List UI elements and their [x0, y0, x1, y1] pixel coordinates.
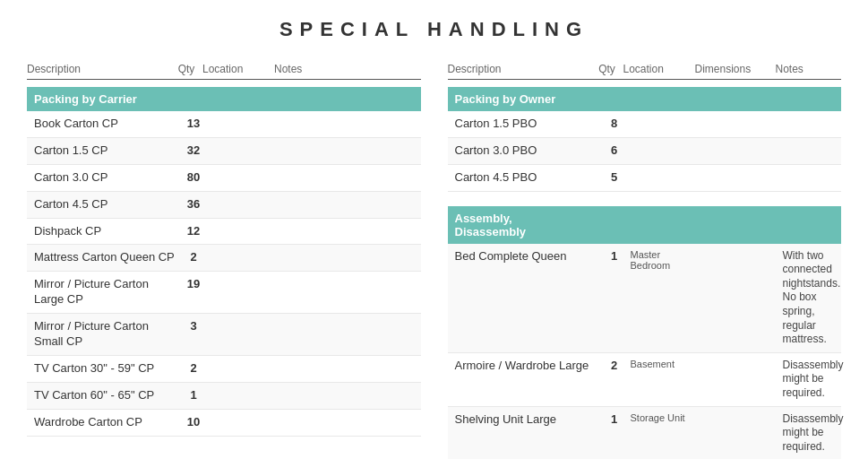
right-header-dimensions: Dimensions: [695, 63, 776, 75]
packing-carrier-header: Packing by Carrier: [27, 87, 421, 111]
table-row: Wardrobe Carton CP 10: [27, 410, 421, 437]
right-header: Description Qty Location Dimensions Note…: [448, 63, 842, 80]
table-row: Carton 1.5 CP 32: [27, 138, 421, 165]
packing-owner-header: Packing by Owner: [448, 87, 842, 111]
left-header-notes: Notes: [274, 63, 421, 75]
table-row: Carton 4.5 PBO 5: [448, 165, 842, 192]
table-row: Bed Complete Queen 1 Master Bedroom With…: [448, 244, 842, 353]
left-header-description: Description: [27, 63, 170, 75]
left-header-qty: Qty: [170, 63, 202, 75]
right-header-qty: Qty: [591, 63, 623, 75]
table-row: Mirror / Picture Carton Small CP 3: [27, 314, 421, 356]
page-title: SPECIAL HANDLING: [27, 18, 841, 41]
right-header-location: Location: [623, 63, 695, 75]
assembly-header: Assembly,Disassembly: [448, 206, 842, 244]
right-column: Description Qty Location Dimensions Note…: [448, 63, 842, 459]
table-row: TV Carton 30" - 59" CP 2: [27, 356, 421, 383]
table-row: Carton 3.0 CP 80: [27, 165, 421, 192]
table-row: Shelving Unit Large 1 Storage Unit Disas…: [448, 407, 842, 459]
table-row: Armoire / Wardrobe Large 2 Basement Disa…: [448, 353, 842, 407]
table-row: Carton 1.5 PBO 8: [448, 111, 842, 138]
right-header-description: Description: [448, 63, 591, 75]
table-row: Mattress Carton Queen CP 2: [27, 245, 421, 272]
left-header: Description Qty Location Notes: [27, 63, 421, 80]
table-row: Mirror / Picture Carton Large CP 19: [27, 272, 421, 314]
table-row: Carton 3.0 PBO 6: [448, 138, 842, 165]
left-column: Description Qty Location Notes Packing b…: [27, 63, 421, 459]
table-row: TV Carton 60" - 65" CP 1: [27, 383, 421, 410]
table-row: Carton 4.5 CP 36: [27, 192, 421, 219]
main-content: Description Qty Location Notes Packing b…: [27, 63, 841, 459]
left-header-location: Location: [202, 63, 274, 75]
table-row: Dishpack CP 12: [27, 219, 421, 246]
right-header-notes: Notes: [776, 63, 842, 75]
table-row: Book Carton CP 13: [27, 111, 421, 138]
